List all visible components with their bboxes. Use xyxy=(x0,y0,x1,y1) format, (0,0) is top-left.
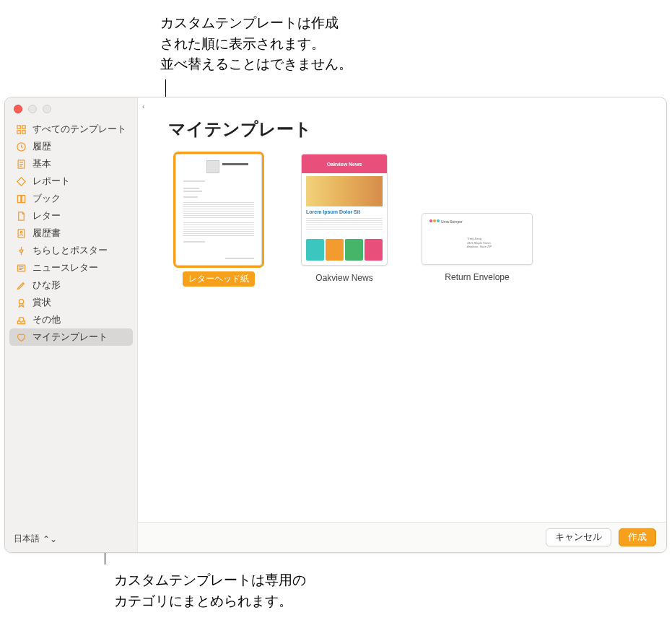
pin-icon xyxy=(15,245,27,256)
sidebar-item-label: すべてのテンプレート xyxy=(32,123,126,136)
grid-icon xyxy=(15,123,27,135)
sidebar-item-label: ちらしとポスター xyxy=(32,245,108,257)
template-item-oakview[interactable]: Oakview News Lorem Ipsum Dolor Sit Oakvi… xyxy=(294,154,395,284)
template-grid: レターヘッド紙 Oakview News Lorem Ipsum Dolor S… xyxy=(138,147,666,287)
person-icon xyxy=(15,227,27,239)
sidebar-item-letters[interactable]: レター xyxy=(9,207,133,224)
sidebar-item-basic[interactable]: 基本 xyxy=(9,155,133,173)
sidebar-item-recent[interactable]: 履歴 xyxy=(9,138,133,155)
heart-icon xyxy=(15,331,27,343)
template-item-envelope[interactable]: Urna Semper Trent Jiang4321 Maple Street… xyxy=(419,154,535,284)
newsletter-banner: Oakview News xyxy=(327,162,362,167)
zoom-icon[interactable] xyxy=(43,105,51,113)
updown-icon: ⌃⌄ xyxy=(43,534,57,544)
category-list: すべてのテンプレート 履歴 基本 レポート ブック レター xyxy=(5,118,137,346)
doc-icon xyxy=(15,158,27,170)
template-label: Oakview News xyxy=(310,271,378,284)
language-label: 日本語 xyxy=(14,533,40,545)
window-controls xyxy=(5,97,137,118)
sidebar-item-label: 履歴 xyxy=(32,141,51,153)
news-icon xyxy=(15,262,27,274)
tray-icon xyxy=(15,314,27,326)
svg-rect-3 xyxy=(22,130,25,133)
template-chooser-window: すべてのテンプレート 履歴 基本 レポート ブック レター xyxy=(4,97,667,553)
award-icon xyxy=(15,297,27,308)
sidebar-item-reports[interactable]: レポート xyxy=(9,173,133,190)
sidebar-item-label: ブック xyxy=(32,193,61,205)
sidebar-item-newsletters[interactable]: ニュースレター xyxy=(9,259,133,276)
clock-icon xyxy=(15,141,27,152)
sidebar-item-resumes[interactable]: 履歴書 xyxy=(9,224,133,242)
sidebar-item-books[interactable]: ブック xyxy=(9,190,133,207)
template-thumbnail: Oakview News Lorem Ipsum Dolor Sit xyxy=(301,154,388,266)
main-panel: ‹ マイテンプレート レターヘッド紙 Oakv xyxy=(138,97,666,552)
callout-top: カスタムテンプレートは作成 された順に表示されます。 並べ替えることはできません… xyxy=(160,13,352,75)
callout-bottom: カスタムテンプレートは専用の カテゴリにまとめられます。 xyxy=(114,570,306,611)
newsletter-headline: Lorem Ipsum Dolor Sit xyxy=(306,209,360,214)
language-picker[interactable]: 日本語 ⌃⌄ xyxy=(5,525,137,552)
template-label: レターヘッド紙 xyxy=(183,271,255,287)
sidebar-item-mytemplates[interactable]: マイテンプレート xyxy=(9,328,133,346)
sidebar-item-label: ひな形 xyxy=(32,279,61,292)
template-thumbnail: Urna Semper Trent Jiang4321 Maple Street… xyxy=(422,213,533,265)
svg-rect-0 xyxy=(17,125,19,128)
pencil-icon xyxy=(15,279,27,291)
template-thumbnail xyxy=(175,154,262,266)
sidebar-item-label: レター xyxy=(32,210,61,222)
create-button[interactable]: 作成 xyxy=(619,528,656,546)
diamond-icon xyxy=(15,175,27,187)
sidebar-item-label: ニュースレター xyxy=(32,262,98,274)
sidebar-item-label: レポート xyxy=(32,175,70,188)
folded-icon xyxy=(15,210,27,222)
book-icon xyxy=(15,193,27,204)
sidebar-item-miscellaneous[interactable]: その他 xyxy=(9,311,133,328)
sidebar: すべてのテンプレート 履歴 基本 レポート ブック レター xyxy=(5,97,138,552)
sidebar-item-stationery[interactable]: ひな形 xyxy=(9,276,133,294)
sidebar-item-certificates[interactable]: 賞状 xyxy=(9,294,133,311)
close-icon[interactable] xyxy=(14,105,22,113)
minimize-icon[interactable] xyxy=(28,105,37,113)
sidebar-item-label: その他 xyxy=(32,314,61,326)
sidebar-item-label: マイテンプレート xyxy=(32,331,108,344)
sidebar-toggle-icon[interactable]: ‹ xyxy=(142,102,145,110)
page-title: マイテンプレート xyxy=(138,97,666,147)
template-label: Return Envelope xyxy=(439,271,515,284)
footer-bar: キャンセル 作成 xyxy=(138,522,666,552)
template-item-letterhead[interactable]: レターヘッド紙 xyxy=(168,154,269,287)
sidebar-item-label: 基本 xyxy=(32,158,51,170)
svg-point-7 xyxy=(20,231,22,233)
sidebar-item-label: 履歴書 xyxy=(32,227,61,240)
svg-rect-1 xyxy=(22,125,25,128)
sidebar-item-flyers[interactable]: ちらしとポスター xyxy=(9,242,133,259)
sidebar-item-all[interactable]: すべてのテンプレート xyxy=(9,121,133,138)
sidebar-item-label: 賞状 xyxy=(32,297,51,309)
cancel-button[interactable]: キャンセル xyxy=(546,528,611,546)
svg-rect-2 xyxy=(17,130,19,133)
svg-point-9 xyxy=(19,299,23,303)
